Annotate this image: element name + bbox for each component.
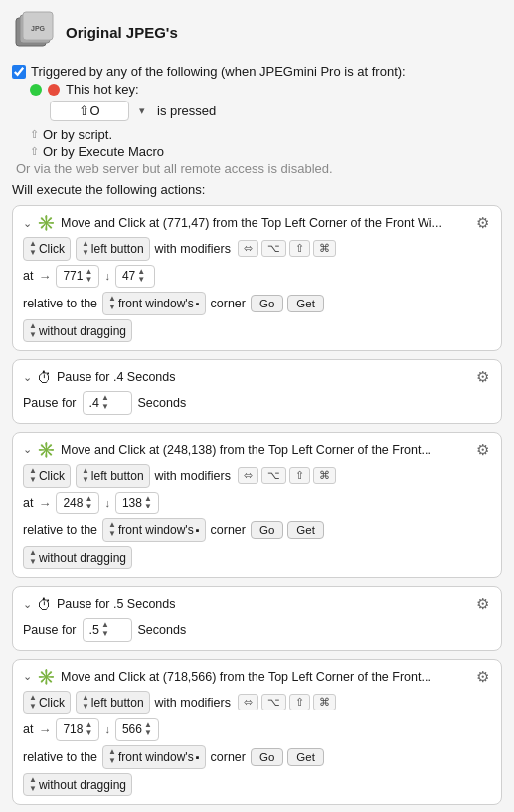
pause-for-label-0: Pause for [23,396,77,410]
or-execute-label: Or by Execute Macro [43,144,164,159]
pause-icon-1: ⏱ [37,596,52,613]
pause-gear-button-1[interactable]: ⚙ [474,595,491,613]
or-web-line: Or via the web server but all remote acc… [16,161,502,176]
card-chevron-1[interactable]: ⌄ [23,443,32,456]
position-select-1[interactable]: ▲▼ front window's ▪ [102,518,205,542]
trigger-main-line: Triggered by any of the following (when … [12,64,502,79]
or-execute-line: ⇧ Or by Execute Macro [30,144,502,159]
relative-label-0: relative to the [23,297,97,310]
card-action-icon-1: ✳️ [37,441,56,459]
modifier-cmd-2[interactable]: ⌘ [313,694,336,710]
macro-title: Original JPEG's [66,24,178,41]
modifier-group-1: ⬄ ⌥ ⇧ ⌘ [238,467,336,484]
modifier-shift-0[interactable]: ⬄ [238,240,258,257]
pause-chevron-1[interactable]: ⌄ [23,598,32,611]
pause-card-header-1: ⌄ ⏱ Pause for .5 Seconds ⚙ [23,595,491,613]
corner-label-1: corner [211,523,246,537]
at-row-2: at → 718 ▲▼ ↓ 566 ▲▼ [23,718,491,742]
at-label-2: at [23,722,33,736]
button-select-0[interactable]: ▲▼ left button [76,237,150,261]
go-button-1[interactable]: Go [251,521,283,539]
go-button-0[interactable]: Go [251,295,283,312]
position-select-0[interactable]: ▲▼ front window's ▪ [102,292,205,315]
card-header-2: ⌄ ✳️ Move and Click at (718,566) from th… [23,668,491,686]
card-header-left-1: ⌄ ✳️ Move and Click at (248,138) from th… [23,441,431,459]
modifier-shift-1[interactable]: ⬄ [238,467,258,484]
dragging-row-2: ▲▼ without dragging [23,773,491,797]
modifier-ctrl-2[interactable]: ⇧ [289,694,310,710]
modifier-ctrl-1[interactable]: ⇧ [289,467,310,484]
x-coord-2[interactable]: 718 ▲▼ [56,718,99,742]
modifier-opt-0[interactable]: ⌥ [261,240,286,257]
down-arrow-0: ↓ [104,270,110,282]
x-coord-1[interactable]: 248 ▲▼ [56,492,99,515]
card-header-1: ⌄ ✳️ Move and Click at (248,138) from th… [23,441,491,459]
card-title-0: Move and Click at (771,47) from the Top … [61,216,442,230]
card-chevron-0[interactable]: ⌄ [23,217,32,230]
gear-button-0[interactable]: ⚙ [474,214,491,232]
position-label-1: front window's [118,523,194,537]
click-label-2: Click [39,696,65,710]
pause-card-header-left-1: ⌄ ⏱ Pause for .5 Seconds [23,596,176,613]
at-row-0: at → 771 ▲▼ ↓ 47 ▲▼ [23,265,491,289]
pause-card-1: ⌄ ⏱ Pause for .5 Seconds ⚙ Pause for .5 … [12,586,502,651]
dragging-label-2: without dragging [39,778,126,792]
hotkey-input[interactable]: ⇧O [50,101,129,121]
modifier-opt-2[interactable]: ⌥ [261,694,286,710]
header: JPG Original JPEG's [12,10,502,54]
dragging-select-2[interactable]: ▲▼ without dragging [23,773,132,797]
trigger-section: Triggered by any of the following (when … [12,64,502,197]
pause-title-0: Pause for .4 Seconds [57,370,176,384]
card-header-left-0: ⌄ ✳️ Move and Click at (771,47) from the… [23,214,442,232]
gear-button-2[interactable]: ⚙ [474,668,491,686]
card-action-icon-0: ✳️ [37,214,56,232]
arrow-right-0: → [38,269,51,284]
pause-row-1: Pause for .5 ▲▼ Seconds [23,618,491,642]
pause-value-0[interactable]: .4 ▲▼ [83,391,132,415]
corner-label-0: corner [211,297,246,310]
will-execute-label: Will execute the following actions: [12,182,502,197]
get-button-0[interactable]: Get [287,295,324,312]
click-select-1[interactable]: ▲▼ Click [23,464,71,488]
trigger-checkbox[interactable] [12,65,26,79]
get-button-2[interactable]: Get [287,748,324,766]
dragging-select-0[interactable]: ▲▼ without dragging [23,319,132,343]
button-select-1[interactable]: ▲▼ left button [76,464,150,488]
modifier-cmd-0[interactable]: ⌘ [313,240,336,257]
down-arrow-2: ↓ [104,723,110,735]
dragging-select-1[interactable]: ▲▼ without dragging [23,546,132,570]
modifier-ctrl-0[interactable]: ⇧ [289,240,310,257]
modifier-shift-2[interactable]: ⬄ [238,694,258,710]
y-coord-1[interactable]: 138 ▲▼ [115,492,159,515]
relative-label-2: relative to the [23,750,97,764]
click-select-2[interactable]: ▲▼ Click [23,691,71,714]
card-chevron-2[interactable]: ⌄ [23,670,32,683]
go-button-2[interactable]: Go [251,748,283,766]
card-title-2: Move and Click at (718,566) from the Top… [61,670,431,684]
go-get-group-1: Go Get [251,521,324,539]
arrow-right-1: → [38,496,51,510]
x-coord-0[interactable]: 771 ▲▼ [56,265,99,289]
hotkey-section-label: This hot key: [66,82,139,97]
or-script-label: Or by script. [43,127,112,142]
y-coord-2[interactable]: 566 ▲▼ [115,718,159,742]
go-get-group-0: Go Get [251,295,324,312]
modifier-opt-1[interactable]: ⌥ [261,467,286,484]
card-title-1: Move and Click at (248,138) from the Top… [61,443,431,457]
click-select-0[interactable]: ▲▼ Click [23,237,71,261]
relative-row-0: relative to the ▲▼ front window's ▪ corn… [23,292,491,315]
button-select-2[interactable]: ▲▼ left button [76,691,150,714]
pause-chevron-0[interactable]: ⌄ [23,371,32,384]
button-label-2: left button [91,696,144,710]
gear-button-1[interactable]: ⚙ [474,441,491,459]
pause-gear-button-0[interactable]: ⚙ [474,368,491,386]
hotkey-input-row: ⇧O ▾ is pressed [50,101,502,121]
modifier-cmd-1[interactable]: ⌘ [313,467,336,484]
position-select-2[interactable]: ▲▼ front window's ▪ [102,745,205,769]
get-button-1[interactable]: Get [287,521,324,539]
card-action-icon-2: ✳️ [37,668,56,686]
pause-value-1[interactable]: .5 ▲▼ [83,618,132,642]
modifiers-label-0: with modifiers [155,242,231,256]
y-coord-0[interactable]: 47 ▲▼ [115,265,155,289]
button-label-1: left button [91,469,144,483]
